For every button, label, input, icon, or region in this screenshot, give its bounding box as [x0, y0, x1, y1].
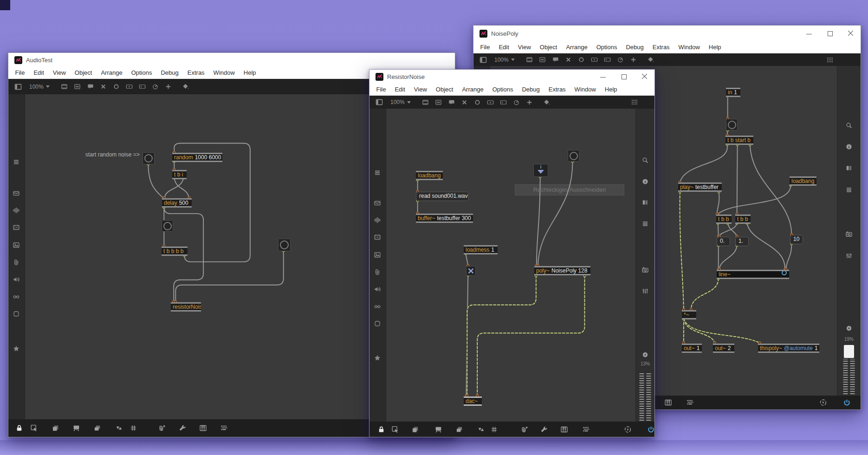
- copy-icon[interactable]: [93, 424, 101, 432]
- patch-nodes: loadbangread sound001.wavbuffer~testbuff…: [369, 70, 654, 437]
- object-box-loadmess[interactable]: loadmess1: [464, 245, 498, 254]
- clip-plus-icon[interactable]: [158, 424, 166, 432]
- layers-icon[interactable]: [411, 425, 419, 433]
- lock-icon[interactable]: [377, 425, 385, 433]
- desktop: AudioTest FileEditViewObjectArrangeOptio…: [0, 0, 868, 455]
- desktop-bottom-band: [0, 440, 868, 455]
- object-box-*~[interactable]: *~: [682, 310, 696, 319]
- snip-tooltip-overlay: Rechteckiges Ausschneiden: [515, 184, 624, 195]
- transport-icon[interactable]: [819, 399, 827, 407]
- object-box-random[interactable]: random1000 6000: [172, 153, 222, 162]
- message-box[interactable]: 0.: [717, 237, 730, 246]
- object-box-out~[interactable]: out~2: [713, 344, 734, 353]
- object-box-poly~[interactable]: poly~NoisePoly 128: [534, 266, 590, 275]
- keysteps-icon[interactable]: [220, 424, 228, 432]
- signal-inlet-marker: [782, 270, 787, 275]
- bang-button[interactable]: [726, 119, 738, 130]
- piano-icon[interactable]: [560, 425, 568, 433]
- object-box-buffer~[interactable]: buffer~testbuffer 300: [416, 214, 473, 223]
- desktop-corner-artifact: [0, 0, 10, 10]
- toggle-box[interactable]: [466, 266, 476, 276]
- object-box-loadbang[interactable]: loadbang: [416, 171, 443, 180]
- object-box-t-b-i[interactable]: t b i: [172, 170, 187, 179]
- copy-icon[interactable]: [455, 425, 463, 433]
- message-box[interactable]: 10: [790, 235, 803, 244]
- power-icon[interactable]: [843, 399, 851, 407]
- piano-icon[interactable]: [664, 399, 672, 407]
- message-box[interactable]: 1.: [735, 237, 749, 246]
- object-box-t-b-b[interactable]: t b b: [735, 214, 751, 224]
- window-resistornoise: ResistorNoise FileEditViewObjectArrangeO…: [369, 69, 655, 437]
- piano-icon[interactable]: [199, 424, 207, 432]
- layers-icon[interactable]: [52, 424, 59, 432]
- bang-button[interactable]: [162, 220, 173, 232]
- clip-plus-icon[interactable]: [520, 425, 528, 433]
- bottom-toolbar: [369, 422, 654, 437]
- bang-button[interactable]: [568, 150, 579, 162]
- select-icon[interactable]: [30, 424, 38, 432]
- select-icon[interactable]: [391, 425, 399, 433]
- object-box-t-b-b-b-b[interactable]: t b b b b: [162, 247, 188, 256]
- sharp-icon[interactable]: [130, 424, 137, 432]
- strike-icon[interactable]: [115, 424, 123, 432]
- umenu-dropdown[interactable]: i: [533, 164, 548, 177]
- object-box-line~[interactable]: line~: [717, 270, 789, 279]
- object-box-resistorNoise[interactable]: resistorNoise: [171, 302, 201, 312]
- lock-icon[interactable]: [15, 424, 23, 432]
- bang-button[interactable]: [278, 239, 291, 251]
- keysteps-icon[interactable]: [582, 425, 590, 433]
- object-box-delay[interactable]: delay500: [162, 198, 192, 208]
- power-icon[interactable]: [647, 425, 655, 433]
- object-box-thispoly~[interactable]: thispoly~@automute1: [758, 344, 819, 353]
- easel-icon[interactable]: [72, 424, 80, 432]
- object-box-out~[interactable]: out~1: [682, 344, 702, 353]
- transport-icon[interactable]: [624, 425, 632, 433]
- object-box-dac~[interactable]: dac~: [464, 396, 482, 406]
- object-box-t-b-b[interactable]: t b b: [716, 214, 732, 224]
- bang-button[interactable]: [143, 152, 155, 164]
- object-box-play~[interactable]: play~testbuffer: [678, 182, 722, 192]
- message-box[interactable]: read sound001.wav: [416, 192, 469, 201]
- strike-icon[interactable]: [477, 425, 485, 433]
- wrench-icon[interactable]: [179, 424, 187, 432]
- easel-icon[interactable]: [434, 425, 442, 433]
- object-box-in[interactable]: in1: [726, 88, 740, 97]
- wrench-icon[interactable]: [540, 425, 548, 433]
- object-box-t-b-start-b[interactable]: t b start b: [725, 136, 753, 145]
- keysteps-icon[interactable]: [686, 399, 694, 407]
- object-box-loadbang[interactable]: loadbang: [790, 176, 816, 186]
- sharp-icon[interactable]: [490, 425, 498, 433]
- comment: start random noise =>: [85, 151, 143, 158]
